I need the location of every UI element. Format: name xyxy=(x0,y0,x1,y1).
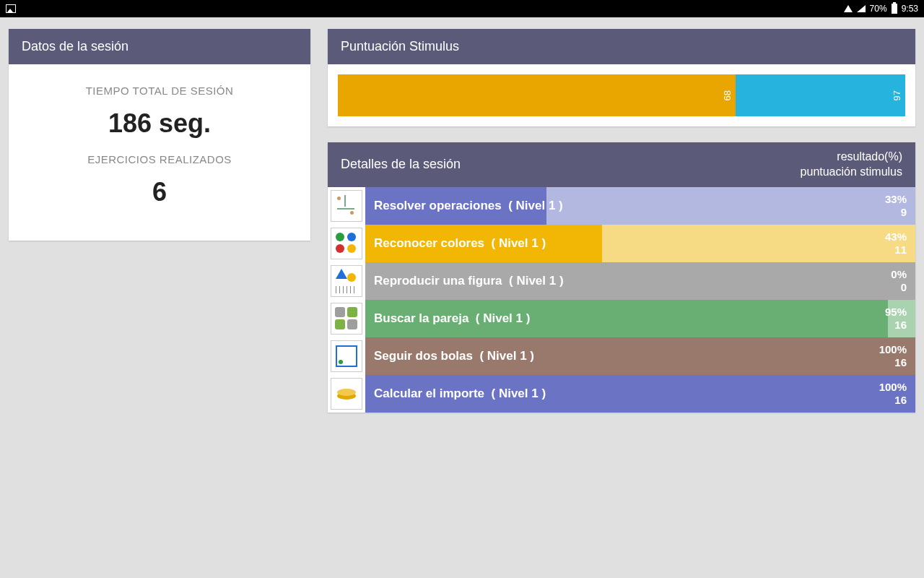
exercise-name: Calcular el importe ( Nivel 1 ) xyxy=(365,387,879,401)
exercise-result: 33%9 xyxy=(885,193,915,218)
score-current-value: 68 xyxy=(719,90,736,100)
exercise-result: 100%16 xyxy=(879,343,915,368)
exercise-name: Seguir dos bolas ( Nivel 1 ) xyxy=(365,349,879,363)
pairs-icon xyxy=(331,303,362,335)
exercise-row[interactable]: Buscar la pareja ( Nivel 1 )95%16 xyxy=(328,300,915,337)
session-details-title: Detalles de la sesión xyxy=(341,157,801,172)
exercise-level: ( Nivel 1 ) xyxy=(479,349,534,363)
exercise-row[interactable]: Resolver operaciones ( Nivel 1 )33%9 xyxy=(328,187,915,225)
exercise-row[interactable]: Reproducir una figura ( Nivel 1 )0%0 xyxy=(328,262,915,300)
exercise-row[interactable]: Seguir dos bolas ( Nivel 1 )100%16 xyxy=(328,337,915,375)
stimulus-score-title: Puntuación Stimulus xyxy=(328,29,915,64)
exercise-level: ( Nivel 1 ) xyxy=(492,387,546,400)
session-data-card: Datos de la sesión TIEMPO TOTAL DE SESIÓ… xyxy=(9,29,310,241)
android-status-bar: 70% 9:53 xyxy=(0,0,924,17)
score-max-segment: 97 xyxy=(736,74,905,116)
score-max-value: 97 xyxy=(889,90,905,100)
coins-icon xyxy=(331,378,362,410)
exercise-row[interactable]: Reconocer colores ( Nivel 1 )43%11 xyxy=(328,225,915,262)
stimulus-score-card: Puntuación Stimulus 6897 xyxy=(328,29,915,126)
exercise-name: Reconocer colores ( Nivel 1 ) xyxy=(365,236,885,251)
score-current-segment: 68 xyxy=(338,74,736,116)
gallery-icon xyxy=(6,4,16,13)
result-header-label: resultado(%) xyxy=(801,150,902,165)
exercise-level: ( Nivel 1 ) xyxy=(476,311,531,325)
exercise-level: ( Nivel 1 ) xyxy=(492,236,546,250)
ops-icon xyxy=(331,190,362,222)
battery-icon xyxy=(892,4,897,14)
exercise-level: ( Nivel 1 ) xyxy=(509,274,564,288)
exercise-name: Resolver operaciones ( Nivel 1 ) xyxy=(365,199,885,213)
signal-icon xyxy=(857,5,866,12)
session-details-header: Detalles de la sesión resultado(%) puntu… xyxy=(328,142,915,187)
session-time-label: TIEMPO TOTAL DE SESIÓN xyxy=(16,85,303,97)
exercise-result: 100%16 xyxy=(879,381,915,406)
session-details-card: Detalles de la sesión resultado(%) puntu… xyxy=(328,142,915,413)
session-data-title: Datos de la sesión xyxy=(9,29,310,64)
exercise-name: Reproducir una figura ( Nivel 1 ) xyxy=(365,274,891,288)
status-time: 9:53 xyxy=(902,4,918,14)
exercise-name: Buscar la pareja ( Nivel 1 ) xyxy=(365,311,885,326)
colors-icon xyxy=(331,228,362,259)
wifi-icon xyxy=(844,5,853,12)
exercise-level: ( Nivel 1 ) xyxy=(508,199,563,212)
stimulus-header-label: puntuación stimulus xyxy=(801,165,902,180)
balls-icon xyxy=(331,340,362,372)
exercise-result: 95%16 xyxy=(885,306,915,331)
figure-icon xyxy=(331,265,362,297)
stimulus-score-bar: 6897 xyxy=(338,74,905,116)
session-time-value: 186 seg. xyxy=(16,108,303,139)
session-exercises-value: 6 xyxy=(16,177,303,207)
session-exercises-label: EJERCICIOS REALIZADOS xyxy=(16,153,303,165)
exercise-row[interactable]: Calcular el importe ( Nivel 1 )100%16 xyxy=(328,375,915,413)
exercise-result: 0%0 xyxy=(891,268,915,293)
battery-text: 70% xyxy=(870,4,887,14)
exercise-result: 43%11 xyxy=(885,230,915,256)
